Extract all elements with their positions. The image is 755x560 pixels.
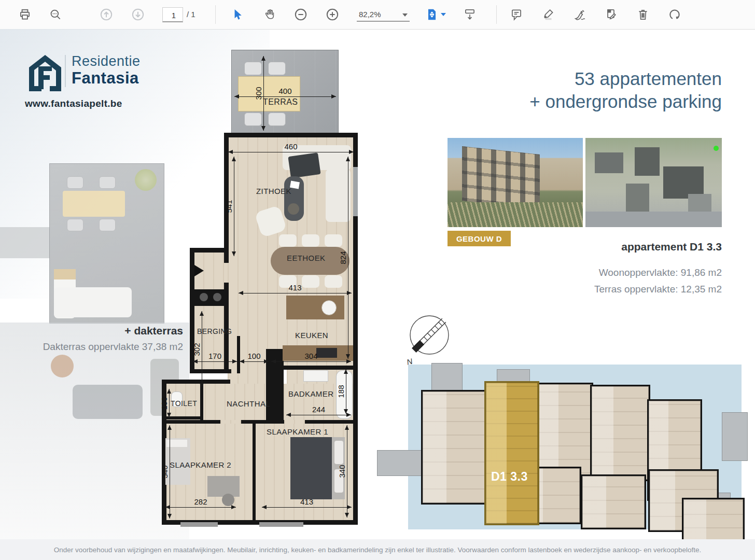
wall <box>253 424 256 522</box>
north-compass: N <box>403 310 455 369</box>
delete-button[interactable] <box>635 7 651 22</box>
dim-badkamer-depth: 188 <box>346 369 346 414</box>
select-tool-button[interactable] <box>230 7 245 22</box>
rotate-icon <box>668 8 681 21</box>
headline: 53 appartementen + ondergrondse parking <box>529 67 722 113</box>
lounge-sofa-back-shape <box>54 269 76 279</box>
page-number-input[interactable] <box>163 8 185 22</box>
signature-pen-icon <box>573 8 586 21</box>
building-facade-shape <box>462 146 540 209</box>
terrace-chair-shape <box>67 176 83 189</box>
signature-button[interactable] <box>572 7 588 22</box>
dim-eethoek-width: 413 <box>239 293 352 293</box>
overview-unit <box>682 498 745 543</box>
window <box>353 167 358 216</box>
zoom-level-select[interactable]: 82,2% <box>357 7 410 22</box>
room-label-toilet: TOILET <box>171 399 197 408</box>
sofa-shape <box>326 169 351 222</box>
page-up-button[interactable] <box>99 7 114 22</box>
door-opening <box>220 420 241 424</box>
page-number-box <box>162 7 183 22</box>
building-photo <box>448 138 583 227</box>
room-label-nachthal: NACHTHAL <box>227 399 270 408</box>
overview-unit <box>421 390 487 505</box>
cooktop-shape <box>316 348 337 358</box>
lounge-sofa-shape <box>54 287 132 317</box>
dining-chair-shape <box>302 234 319 247</box>
wall <box>200 384 203 420</box>
print-button[interactable] <box>17 7 33 22</box>
roofterrace-corridor-image <box>0 227 50 258</box>
aerial-building-shape <box>626 184 649 214</box>
fit-page-menu-button[interactable] <box>440 7 447 22</box>
fit-page-button[interactable] <box>424 7 440 22</box>
page-down-button[interactable] <box>130 7 146 22</box>
room-label-slaapkamer1: SLAAPKAMER 1 <box>267 427 328 436</box>
terrace-area-value: Terras oppervlakte: 12,35 m2 <box>594 284 722 295</box>
building-badge: GEBOUW D <box>448 231 511 246</box>
room-label-terras: TERRAS <box>263 97 298 107</box>
dining-chair-shape <box>325 275 342 288</box>
brand-website: www.fantasiapelt.be <box>25 98 122 109</box>
room-label-slaapkamer2: SLAAPKAMER 2 <box>170 460 231 469</box>
comment-button[interactable] <box>509 7 524 22</box>
highlighter-icon <box>541 8 555 21</box>
search-button[interactable] <box>48 7 63 22</box>
washer-shape <box>200 293 208 301</box>
zoom-in-button[interactable] <box>325 7 340 22</box>
wall <box>224 253 229 263</box>
wall <box>190 248 229 253</box>
wall <box>237 336 240 373</box>
highlight-button[interactable] <box>540 7 556 22</box>
disclaimer-text: Onder voorbehoud van wijzigingen en maat… <box>54 546 702 554</box>
overview-balcony-block <box>377 450 423 476</box>
hand-tool-button[interactable] <box>262 7 277 22</box>
dim-living-depth-left: 541 <box>234 157 234 256</box>
terrace-chair-shape <box>99 176 116 189</box>
pdf-toolbar: / 1 82,2% <box>0 0 755 30</box>
scroll-mode-icon <box>463 8 477 21</box>
zoom-in-icon <box>325 7 340 22</box>
dining-chair-shape <box>302 275 319 288</box>
grass-shape <box>448 202 583 227</box>
room-label-badkamer: BADKAMER <box>288 389 333 398</box>
dim-terras-depth: 300 <box>263 56 264 131</box>
window-sill <box>259 522 303 527</box>
roof-terrace-title: + dakterras <box>0 325 183 337</box>
wall <box>190 369 231 373</box>
rotate-button[interactable] <box>667 7 682 22</box>
chair-shape <box>222 494 234 506</box>
toolbar-separator <box>215 5 216 24</box>
trash-icon <box>636 8 650 21</box>
terrace-chair-shape <box>99 219 116 231</box>
aerial-building-shape <box>595 152 623 173</box>
print-icon <box>18 8 32 21</box>
page-up-icon <box>99 7 114 22</box>
terrace-chair-shape <box>268 113 286 126</box>
search-icon <box>49 8 62 21</box>
toolbar-separator <box>496 5 497 24</box>
dining-chair-shape <box>279 234 297 247</box>
wall <box>165 420 355 424</box>
overview-highlighted-unit: D1 3.3 <box>484 381 539 525</box>
scroll-mode-button[interactable] <box>462 7 478 22</box>
organize-pages-button[interactable] <box>603 7 619 22</box>
room-label-keuken: KEUKEN <box>295 331 328 340</box>
dim-slaapkamer1-width: 413 <box>262 507 352 508</box>
apartment-title: appartement D1 3.3 <box>621 241 722 253</box>
roofterrace-plan-image <box>49 163 164 324</box>
brand-name-line2: Fantasia <box>72 69 139 88</box>
dim-berging-depth: 302 <box>202 311 202 388</box>
plant-shape <box>288 203 299 215</box>
chevron-down-icon <box>441 13 446 16</box>
organize-pages-icon <box>604 8 618 21</box>
brand-name-line1: Residentie <box>72 53 141 69</box>
aerial-building-shape <box>635 147 660 176</box>
roofterrace-photo-faded <box>0 323 189 540</box>
overview-unit-label: D1 3.3 <box>491 470 528 484</box>
overview-unit <box>590 385 650 481</box>
room-label-berging: BERGING <box>197 327 232 335</box>
paper-shape <box>290 181 300 189</box>
dim-hal-width: 100 <box>240 361 269 362</box>
zoom-out-button[interactable] <box>293 7 309 22</box>
